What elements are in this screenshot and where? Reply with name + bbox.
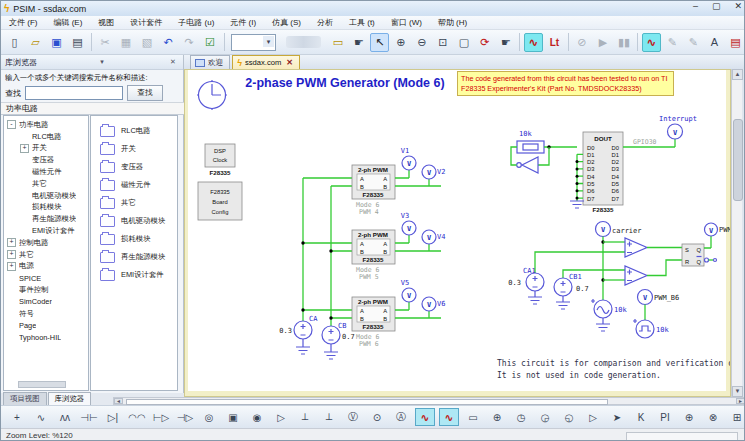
zoom-out-icon[interactable]: ⊖ (412, 33, 431, 52)
pwm-block-1[interactable]: 2-ph PWM AA BB F28335 Mode 6 PWM 4 V V V… (352, 147, 445, 216)
pause-simulation-icon[interactable]: ▮▮ (614, 33, 633, 52)
dc-source-cb1[interactable]: CB1 0.7 (554, 273, 589, 309)
simview-setup-icon[interactable]: ∿ (524, 33, 543, 52)
folder-item[interactable]: 开关 (100, 140, 177, 158)
tree-item[interactable]: Typhoon-HIL (4, 331, 88, 343)
board-config-block[interactable]: F28335 Board Config (198, 182, 242, 220)
dsp-clock-block[interactable]: DSP Clock F28335 (205, 144, 235, 176)
search-input[interactable] (25, 86, 123, 100)
text-tool-icon[interactable]: A (705, 33, 724, 52)
transistor-icon[interactable]: ⊢▷ (151, 408, 171, 426)
transformer-icon[interactable]: ◎ (199, 408, 219, 426)
folder-item[interactable]: 磁性元件 (100, 176, 177, 194)
zoom-in-icon[interactable]: ⊕ (391, 33, 410, 52)
rheostat-icon[interactable]: ▭ (463, 408, 483, 426)
tree-item[interactable]: + 开关 (4, 143, 88, 155)
mosfet-icon[interactable]: ⊣▷ (175, 408, 195, 426)
wire-tool-icon[interactable]: + (7, 408, 27, 426)
menu-item-edit[interactable]: 编辑 (E) (45, 16, 90, 29)
resistor-icon[interactable]: ʌʌ (55, 408, 75, 426)
mux-block-icon[interactable]: ⊞ (727, 408, 745, 426)
hand-tool-icon[interactable]: ☛ (349, 33, 368, 52)
folder-item[interactable]: RLC电路 (100, 122, 177, 140)
tree-item[interactable]: 其它 (4, 178, 88, 190)
menu-item-file[interactable]: 文件 (F) (1, 16, 45, 29)
menu-item-utilities[interactable]: 工具 (t) (341, 16, 383, 29)
sr-flipflop-block[interactable]: S Q R Q (682, 236, 717, 266)
pwm-block-2[interactable]: 2-ph PWM AA BB F28335 Mode 6 PWM 5 V V V… (352, 212, 445, 281)
open-file-icon[interactable]: ▱ (26, 33, 45, 52)
run-simulation-icon[interactable]: ▶ (593, 33, 612, 52)
vscroll-thumb[interactable] (733, 119, 743, 201)
tree-item[interactable]: + 电源 (4, 261, 88, 273)
node-probe-icon[interactable]: ⊙ (367, 408, 387, 426)
view-waveform-icon[interactable]: ∿ (642, 33, 661, 52)
folder-item[interactable]: 损耗模块 (100, 230, 177, 248)
select-cursor-icon[interactable]: ↖ (370, 33, 389, 52)
vsin-source-icon[interactable]: ◷ (511, 408, 531, 426)
tree-item[interactable]: + 其它 (4, 249, 88, 261)
zoom-fit-icon[interactable]: ▢ (454, 33, 473, 52)
transformer-2-icon[interactable]: ▣ (223, 408, 243, 426)
zoom-window-icon[interactable]: ⊡ (433, 33, 452, 52)
minimize-button[interactable]: – (693, 1, 698, 11)
gate-icon[interactable]: ▷ (583, 408, 603, 426)
tree-item[interactable]: RLC电路 (4, 131, 88, 143)
tree-item[interactable]: 磁性元件 (4, 166, 88, 178)
menu-item-subcircuit[interactable]: 子电路 (u) (170, 16, 222, 29)
menu-item-elements[interactable]: 元件 (I) (222, 16, 264, 29)
sidebar-tab[interactable]: 库浏览器 (48, 392, 92, 405)
menu-item-window[interactable]: 窗口 (W) (383, 16, 430, 29)
capacitor-icon[interactable]: ⊣⊢ (79, 408, 99, 426)
panel-menu-icon[interactable]: ▾ (97, 58, 107, 66)
dc-source-ca1[interactable]: CA1 0.3 (508, 267, 544, 304)
vtri-source-icon[interactable]: ◵ (559, 408, 579, 426)
panel-close-icon[interactable]: ✕ (167, 58, 179, 66)
interrupt-probe[interactable]: GPIO30 V Interrupt (623, 115, 697, 147)
tree-item[interactable]: 事件控制 (4, 284, 88, 296)
ground-icon[interactable]: ⟂ (295, 408, 315, 426)
scroll-left-icon[interactable]: ◄ (114, 398, 123, 404)
tree-expander-icon[interactable]: - (7, 120, 16, 129)
scope-2-icon[interactable]: ∿ (439, 408, 459, 426)
tree-item[interactable]: 再生能源模块 (4, 213, 88, 225)
ltspice-link-icon[interactable]: Lt (545, 33, 564, 52)
pan-icon[interactable]: ☛ (496, 33, 515, 52)
cut-icon[interactable]: ✂ (96, 33, 115, 52)
coupled-inductor-icon[interactable]: ◉ (247, 408, 267, 426)
dc-source-cb[interactable]: CB 0.7 (322, 322, 355, 359)
input-bus-wires[interactable] (301, 178, 352, 326)
tree-expander-icon[interactable]: + (7, 262, 16, 271)
schematic-canvas[interactable]: 2-phase PWM Generator (Mode 6) The code … (184, 69, 731, 397)
check-elements-icon[interactable]: ☑ (201, 33, 220, 52)
tree-item[interactable]: - 功率电路 (4, 119, 88, 131)
paste-icon[interactable]: ▧ (138, 33, 157, 52)
tree-expander-icon[interactable]: + (7, 250, 16, 259)
folder-item[interactable]: EMI设计套件 (100, 266, 177, 284)
copy-icon[interactable]: ▦ (117, 33, 136, 52)
diode-icon[interactable]: ▷| (103, 408, 123, 426)
tree-item[interactable]: 变压器 (4, 154, 88, 166)
find-button[interactable]: 查找 (127, 85, 163, 101)
gain-block-icon[interactable]: K (631, 408, 651, 426)
label-flag-icon[interactable]: ➤ (607, 408, 627, 426)
maximize-button[interactable]: ▢ (712, 1, 721, 11)
carrier-probe[interactable]: V carrier (596, 222, 642, 301)
stop-simulation-icon[interactable]: ⊘ (572, 33, 591, 52)
sidebar-tab[interactable]: 项目视图 (3, 392, 47, 405)
pwm-b6-probe[interactable]: V PWM_B6 10k (633, 290, 679, 339)
wire-label-icon[interactable]: ▭ (328, 33, 347, 52)
carrier-source[interactable]: 10k (591, 299, 627, 331)
tab-close-icon[interactable]: ✕ (286, 58, 293, 67)
pi-block-icon[interactable]: PI (655, 408, 675, 426)
folder-item[interactable]: 其它 (100, 194, 177, 212)
inductor-icon[interactable]: ◠◠ (127, 408, 147, 426)
tree-item[interactable]: 符号 (4, 308, 88, 320)
tree-item[interactable]: Page (4, 320, 88, 332)
tree-scrollbar[interactable] (18, 381, 66, 388)
save-file-icon[interactable]: ▣ (47, 33, 66, 52)
scroll-up-icon[interactable]: ▲ (732, 69, 743, 80)
menu-item-analysis[interactable]: 分析 (309, 16, 341, 29)
scope-icon[interactable]: ∿ (415, 408, 435, 426)
comparator-1[interactable] (535, 238, 682, 273)
